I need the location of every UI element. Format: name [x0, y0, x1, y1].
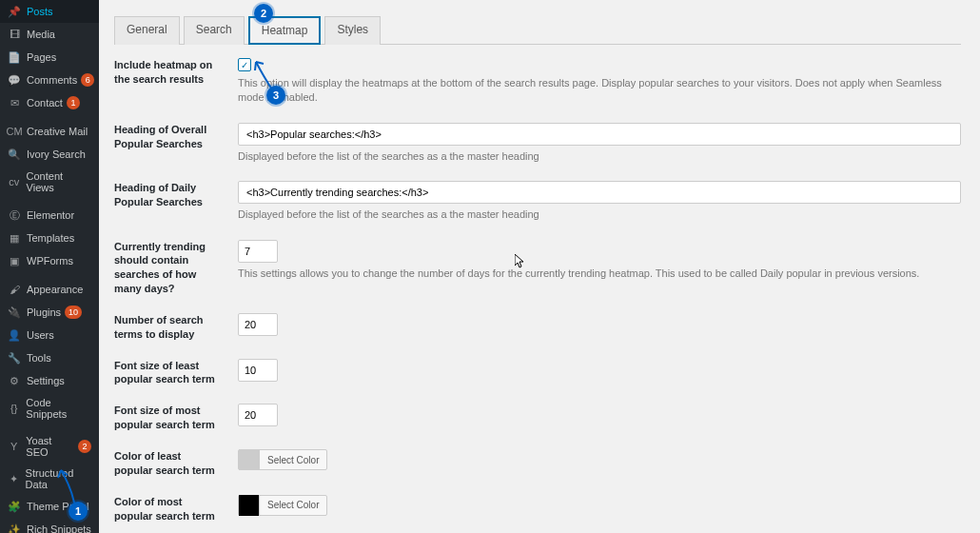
templates-icon: ▦ — [8, 231, 21, 245]
sidebar-item-creative-mail[interactable]: CMCreative Mail — [0, 120, 99, 143]
sidebar-item-wpforms[interactable]: ▣WPForms — [0, 249, 99, 272]
sidebar-item-label: Rich Snippets — [27, 523, 91, 533]
color-picker-least[interactable]: Select Color — [238, 449, 327, 470]
content-views-icon: cv — [8, 175, 21, 188]
label-heading-daily: Heading of Daily Popular Searches — [114, 181, 238, 222]
appearance-icon: 🖌 — [8, 283, 21, 296]
sidebar-item-appearance[interactable]: 🖌Appearance — [0, 278, 99, 301]
posts-icon: 📌 — [8, 5, 21, 18]
field-color-most: Color of most popular search term Select… — [114, 495, 961, 523]
label-font-least: Font size of least popular search term — [114, 359, 238, 387]
theme-panel-icon: 🧩 — [8, 500, 21, 513]
sidebar-item-label: Elementor — [27, 209, 74, 221]
sidebar-item-media[interactable]: 🎞Media — [0, 23, 99, 46]
field-heading-overall: Heading of Overall Popular Searches Disp… — [114, 123, 961, 164]
color-button-label: Select Color — [260, 455, 326, 465]
badge: 2 — [78, 440, 91, 453]
marker-2: 2 — [254, 4, 273, 23]
color-swatch-least — [239, 449, 260, 470]
label-trending-days: Currently trending should contain search… — [114, 240, 238, 296]
sidebar-item-label: Users — [27, 329, 54, 341]
marker-3: 3 — [266, 86, 285, 105]
rich-snippets-icon: ✨ — [8, 523, 21, 533]
plugins-icon: 🔌 — [8, 306, 21, 319]
sidebar-item-rich-snippets[interactable]: ✨Rich Snippets — [0, 518, 99, 533]
label-font-most: Font size of most popular search term — [114, 404, 238, 432]
media-icon: 🎞 — [8, 28, 21, 41]
sidebar-item-templates[interactable]: ▦Templates — [0, 227, 99, 249]
desc-heading-overall: Displayed before the list of the searche… — [238, 149, 961, 164]
structured-data-icon: ✦ — [8, 472, 20, 485]
checkbox-include-heatmap[interactable]: ✓ — [238, 58, 251, 71]
tools-icon: 🔧 — [8, 351, 21, 365]
label-color-least: Color of least popular search term — [114, 449, 238, 478]
sidebar-item-ivory-search[interactable]: 🔍Ivory Search — [0, 143, 99, 166]
field-trending-days: Currently trending should contain search… — [114, 240, 961, 296]
badge: 1 — [67, 96, 80, 109]
sidebar-item-label: Templates — [27, 232, 74, 244]
code-snippets-icon: {} — [8, 402, 20, 415]
desc-heading-daily: Displayed before the list of the searche… — [238, 207, 961, 222]
field-num-terms: Number of search terms to display — [114, 313, 961, 342]
comments-icon: 💬 — [8, 73, 21, 87]
sidebar-item-plugins[interactable]: 🔌Plugins10 — [0, 301, 99, 324]
sidebar-item-users[interactable]: 👤Users — [0, 324, 99, 346]
contact-icon: ✉ — [8, 96, 21, 109]
sidebar-item-label: Appearance — [27, 284, 83, 295]
sidebar-item-label: Code Snippets — [26, 397, 91, 420]
sidebar-item-yoast-seo[interactable]: YYoast SEO2 — [0, 430, 99, 463]
input-font-least[interactable] — [238, 359, 278, 382]
field-include-heatmap: Include heatmap on the search results ✓ … — [114, 58, 961, 106]
badge: 6 — [81, 73, 94, 87]
desc-include-heatmap: This option will display the heatmaps at… — [238, 76, 961, 106]
creative-mail-icon: CM — [8, 125, 21, 138]
field-font-most: Font size of most popular search term — [114, 404, 961, 432]
sidebar-item-code-snippets[interactable]: {}Code Snippets — [0, 392, 99, 424]
color-picker-most[interactable]: Select Color — [238, 495, 327, 516]
input-font-most[interactable] — [238, 404, 278, 426]
sidebar-item-elementor[interactable]: ⒺElementor — [0, 204, 99, 227]
tab-general[interactable]: General — [114, 16, 180, 45]
wpforms-icon: ▣ — [8, 254, 21, 267]
admin-sidebar: 📌Posts🎞Media📄Pages💬Comments6✉Contact1CMC… — [0, 0, 99, 533]
sidebar-item-label: Media — [27, 29, 55, 40]
sidebar-item-label: Posts — [27, 6, 53, 17]
tab-styles[interactable]: Styles — [324, 16, 381, 45]
label-include-heatmap: Include heatmap on the search results — [114, 58, 238, 106]
sidebar-item-tools[interactable]: 🔧Tools — [0, 346, 99, 369]
sidebar-item-label: Content Views — [27, 170, 91, 193]
elementor-icon: Ⓔ — [8, 208, 21, 222]
input-heading-daily[interactable] — [238, 181, 961, 204]
sidebar-item-posts[interactable]: 📌Posts — [0, 0, 99, 23]
sidebar-item-label: Comments — [27, 74, 77, 86]
field-color-least: Color of least popular search term Selec… — [114, 449, 961, 478]
sidebar-item-structured-data[interactable]: ✦Structured Data — [0, 463, 99, 495]
color-button-label: Select Color — [260, 500, 326, 510]
settings-tabs: GeneralSearchHeatmapStyles — [114, 15, 961, 45]
users-icon: 👤 — [8, 328, 21, 342]
sidebar-item-comments[interactable]: 💬Comments6 — [0, 69, 99, 91]
color-swatch-most — [239, 495, 260, 516]
field-heading-daily: Heading of Daily Popular Searches Displa… — [114, 181, 961, 222]
sidebar-item-label: WPForms — [27, 255, 73, 266]
label-color-most: Color of most popular search term — [114, 495, 238, 523]
sidebar-item-label: Yoast SEO — [26, 435, 74, 458]
field-font-least: Font size of least popular search term — [114, 359, 961, 387]
label-heading-overall: Heading of Overall Popular Searches — [114, 123, 238, 164]
tab-search[interactable]: Search — [184, 16, 245, 45]
badge: 10 — [65, 306, 82, 319]
input-heading-overall[interactable] — [238, 123, 961, 146]
sidebar-item-label: Tools — [27, 352, 51, 364]
sidebar-item-label: Creative Mail — [27, 126, 88, 137]
sidebar-item-pages[interactable]: 📄Pages — [0, 46, 99, 69]
sidebar-item-contact[interactable]: ✉Contact1 — [0, 91, 99, 114]
sidebar-item-label: Contact — [27, 97, 63, 109]
sidebar-item-content-views[interactable]: cvContent Views — [0, 166, 99, 198]
sidebar-item-label: Ivory Search — [27, 148, 86, 160]
marker-1: 1 — [69, 502, 88, 521]
settings-icon: ⚙ — [8, 374, 21, 387]
label-num-terms: Number of search terms to display — [114, 313, 238, 342]
input-trending-days[interactable] — [238, 240, 278, 263]
sidebar-item-settings[interactable]: ⚙Settings — [0, 369, 99, 392]
input-num-terms[interactable] — [238, 313, 278, 336]
